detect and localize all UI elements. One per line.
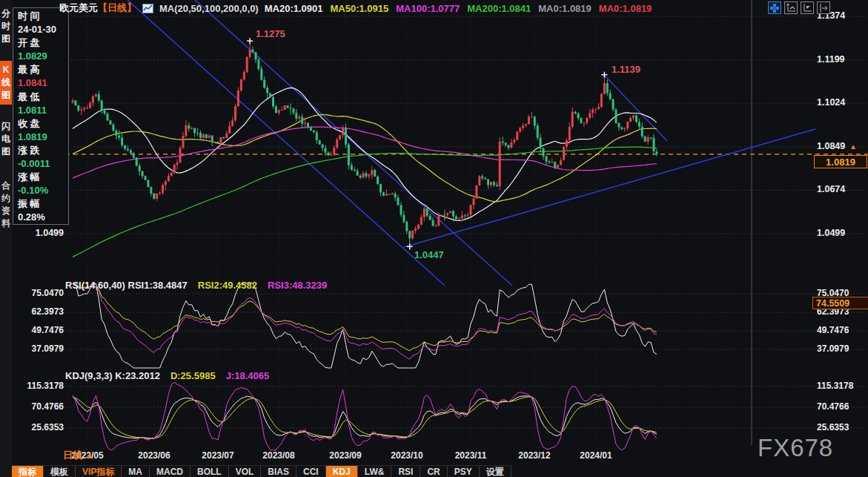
kdj-axis-label-left: 115.3178: [12, 381, 64, 391]
ma-readout: MA100:1.0777: [396, 3, 460, 14]
info-label: 涨 幅: [18, 171, 68, 184]
info-label: 最 低: [18, 91, 68, 104]
toolbar-button-psy[interactable]: PSY: [448, 466, 480, 477]
kdj-indicator-header: KDJ(9,3,3) K:23.2012D:25.5985J:18.4065: [65, 370, 269, 381]
toolbar-button-lw[interactable]: LW&: [358, 466, 392, 477]
rsi-header-segment: RSI3:48.3239: [268, 280, 327, 291]
kdj-axis-label-right: 115.3178: [817, 381, 853, 391]
ma-readout: MA20:1.0901: [265, 3, 323, 14]
chart-header: 欧元美元【日线】 MA(20,50,100,200,0,0) MA20:1.09…: [59, 2, 652, 14]
ma-readout: MA0:1.0819: [599, 3, 652, 14]
toolbar-button-ma[interactable]: MA: [122, 466, 150, 477]
period-selector[interactable]: 日线 ▲: [63, 449, 94, 462]
rsi-indicator-header: RSI(14,60,40) RSI1:38.4847RSI2:49.4582RS…: [65, 280, 327, 291]
ma-readout: MA50:1.0915: [330, 3, 388, 14]
toolbar-button-boll[interactable]: BOLL: [191, 466, 229, 477]
toolbar-button-kdj[interactable]: KDJ: [326, 466, 358, 477]
kdj-axis-label-left: 25.6353: [12, 422, 64, 432]
info-label: 最 高: [18, 63, 68, 76]
date-axis-label: 2023/12: [508, 450, 560, 461]
price-up-arrow-icon: ▲: [849, 143, 857, 151]
axis-flag-icon[interactable]: [801, 1, 814, 14]
rsi-axis-label-left: 37.0979: [12, 343, 64, 354]
toolbar-button-[interactable]: 指标: [12, 466, 44, 477]
symbol-title: 欧元美元: [59, 1, 98, 15]
info-label: 收 盘: [18, 117, 68, 131]
indicator-toolbar: 指标模板VIP指标MAMACDBOLLVOLBIASCCIKDJLW&RSICR…: [12, 465, 511, 477]
sidebar-tab-time-chart[interactable]: 分时图: [0, 4, 12, 48]
kdj-header-segment: D:25.5985: [170, 370, 216, 381]
pan-right-icon[interactable]: [817, 1, 830, 14]
chart-canvas[interactable]: [0, 0, 868, 477]
info-value: -0.10%: [18, 184, 68, 197]
overlay-chart-icon[interactable]: [142, 4, 153, 13]
rsi-axis-label-right: 49.7476: [817, 325, 849, 335]
period-tag: 【日线】: [98, 1, 136, 15]
trading-app-window: { "header": { "symbol": "欧元美元", "period_…: [0, 0, 868, 477]
price-axis-label: 1.1199: [817, 54, 845, 65]
watermark: FX678: [758, 434, 833, 462]
date-axis-label: 2023/11: [445, 450, 497, 461]
date-axis-label: 2023/08: [253, 450, 305, 461]
toolbar-button-vip[interactable]: VIP指标: [76, 466, 122, 477]
toolbar-button-rsi[interactable]: RSI: [391, 466, 420, 477]
kdj-axis-label-right: 25.6353: [817, 422, 849, 432]
axis-scale-icon[interactable]: [784, 1, 798, 14]
info-label: 开 盘: [18, 36, 68, 50]
price-axis-label: 1.0674: [817, 184, 845, 194]
toolbar-button-[interactable]: 设置: [480, 466, 511, 477]
rsi-header-segment: RSI2:49.4582: [198, 280, 257, 291]
current-price-badge: 1.0819: [814, 155, 867, 168]
date-axis-label: 2024/01: [570, 450, 622, 461]
left-tab-strip: 分时图K线图闪电图合约资料: [0, 0, 12, 477]
price-axis-label: 1.0499: [817, 228, 845, 238]
rsi-axis-label-left: 49.7476: [12, 325, 64, 335]
price-axis-label-left: 1.0499: [30, 228, 64, 238]
date-axis-label: 2023/09: [319, 450, 371, 461]
price-annotation: 1.1275: [256, 28, 285, 39]
kdj-axis-label-right: 70.4766: [817, 401, 849, 412]
ma-readouts: MA20:1.0901MA50:1.0915MA100:1.0777MA200:…: [265, 3, 652, 14]
info-value: 1.0829: [18, 50, 68, 63]
sidebar-tab-flash-chart[interactable]: 闪电图: [0, 117, 12, 161]
toolbar-button-cr[interactable]: CR: [420, 466, 447, 477]
sidebar-tab-kline-chart[interactable]: K线图: [0, 61, 12, 105]
rsi-header-segment: RSI(14,60,40) RSI1:38.4847: [65, 280, 188, 291]
rsi-axis-label-left: 62.3973: [12, 306, 64, 317]
toolbar-button-vol[interactable]: VOL: [229, 466, 262, 477]
toolbar-button-cci[interactable]: CCI: [296, 466, 326, 477]
kdj-header-segment: KDJ(9,3,3) K:23.2012: [65, 370, 160, 381]
crosshair-grid-icon[interactable]: [768, 1, 781, 14]
price-axis-label: 1.1024: [817, 97, 845, 108]
chart-tool-icons: [768, 1, 830, 14]
toolbar-button-[interactable]: 模板: [44, 466, 76, 477]
date-axis-label: 2023/10: [381, 450, 433, 461]
info-value: 1.0819: [18, 131, 68, 144]
rsi-axis-label-left: 75.0470: [12, 288, 64, 298]
ma-readout: MA0:1.0819: [538, 3, 592, 14]
info-value: 1.0811: [18, 104, 68, 117]
info-label: 振 幅: [18, 197, 68, 211]
info-value: 0.28%: [18, 211, 68, 224]
info-value: -0.0011: [18, 157, 68, 171]
kdj-axis-label-left: 70.4766: [12, 401, 64, 412]
info-label: 涨 跌: [18, 144, 68, 157]
rsi-axis-label-right: 37.0979: [817, 343, 849, 354]
info-value: 1.0841: [18, 76, 68, 90]
ma-readout: MA200:1.0841: [467, 3, 531, 14]
date-axis-label: 2023/06: [128, 450, 180, 461]
rsi-value-badge: 74.5509: [812, 297, 868, 309]
toolbar-button-bias[interactable]: BIAS: [261, 466, 296, 477]
date-axis-label: 2023/07: [192, 450, 244, 461]
toolbar-button-macd[interactable]: MACD: [150, 466, 191, 477]
quote-info-panel: 时 间24-01-30开 盘1.0829最 高1.0841最 低1.0811收 …: [13, 7, 69, 225]
info-value: 24-01-30: [18, 23, 68, 36]
price-annotation: 1.0447: [414, 249, 444, 260]
ma-settings: MA(20,50,100,200,0,0): [159, 3, 259, 14]
price-axis-label: 1.0849: [817, 141, 845, 151]
kdj-header-segment: J:18.4065: [226, 370, 270, 381]
sidebar-tab-contract-info[interactable]: 合约资料: [0, 177, 12, 233]
price-annotation: 1.1139: [612, 64, 640, 75]
